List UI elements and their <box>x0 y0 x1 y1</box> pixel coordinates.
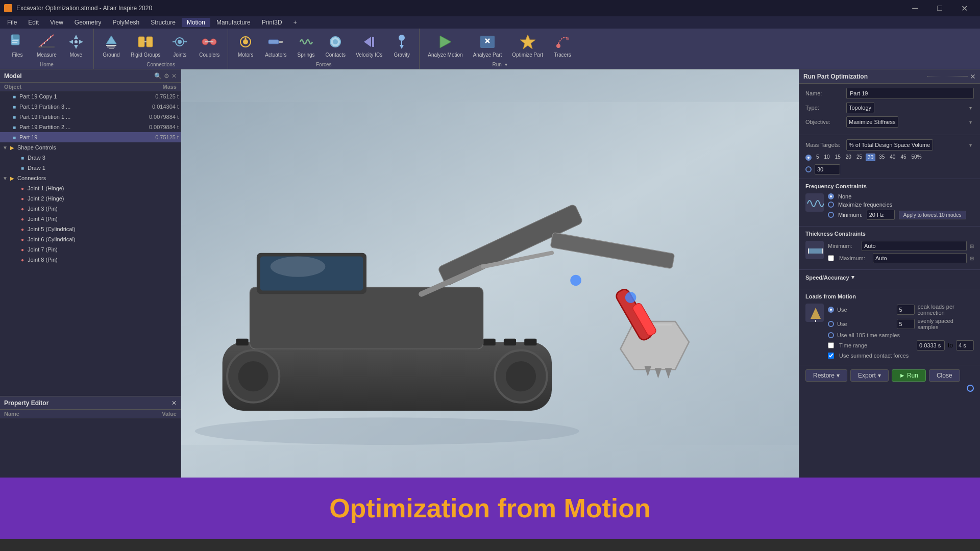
toolbar-move[interactable]: Move <box>63 31 89 60</box>
tree-item-joint4[interactable]: ● Joint 4 (Pin) <box>0 214 181 224</box>
circle-indicator <box>967 385 974 392</box>
pct-50[interactable]: 50% <box>910 154 923 161</box>
toolbar-couplers[interactable]: Couplers <box>195 31 224 60</box>
export-button[interactable]: Export ▾ <box>850 369 889 382</box>
toolbar-velocity-ics[interactable]: Velocity ICs <box>352 31 386 60</box>
tree-item-draw3[interactable]: ■ Draw 3 <box>0 153 181 163</box>
thick-min-input[interactable] <box>862 241 967 251</box>
toolbar-rigid-groups[interactable]: Rigid Groups <box>127 31 164 60</box>
menu-view[interactable]: View <box>45 18 68 27</box>
toolbar-motors[interactable]: Motors <box>232 31 259 60</box>
tree-item-joint1[interactable]: ● Joint 1 (Hinge) <box>0 183 181 193</box>
percent-custom-input[interactable] <box>815 164 840 174</box>
pct-10[interactable]: 10 <box>823 154 831 161</box>
tree-item-draw1[interactable]: ■ Draw 1 <box>0 163 181 173</box>
loads-peak-radio[interactable] <box>828 307 834 313</box>
tree-item-part19[interactable]: ■ Part 19 0.75125 t <box>0 132 181 142</box>
freq-apply-btn[interactable]: Apply to lowest 10 modes <box>899 211 966 219</box>
toolbar-springs[interactable]: Springs <box>293 31 320 60</box>
tree-item-joint5[interactable]: ● Joint 5 (Cylindrical) <box>0 224 181 234</box>
menu-plus[interactable]: + <box>288 18 302 27</box>
objective-select[interactable]: Maximize Stiffness <box>846 116 898 128</box>
percent-radio-checked[interactable] <box>805 155 812 161</box>
pct-5[interactable]: 5 <box>815 154 821 161</box>
tree-item-joint3[interactable]: ● Joint 3 (Pin) <box>0 204 181 214</box>
toolbar-analyze-motion[interactable]: Analyze Motion <box>424 31 467 60</box>
toolbar-analyze-part[interactable]: Analyze Part <box>469 31 506 60</box>
panel-settings-icon[interactable]: ⚙ <box>164 72 169 80</box>
pct-20[interactable]: 20 <box>844 154 853 161</box>
thick-min-row: Minimum: ⊞ <box>828 241 974 251</box>
minimize-button[interactable]: ─ <box>903 0 927 16</box>
panel-close-icon[interactable]: ✕ <box>172 72 177 80</box>
menu-print3d[interactable]: Print3D <box>257 18 287 27</box>
toolbar-gravity[interactable]: Gravity <box>388 31 415 60</box>
maximize-button[interactable]: □ <box>928 0 951 16</box>
pct-25[interactable]: 25 <box>855 154 864 161</box>
name-label: Name: <box>805 90 846 96</box>
loads-time-start-input[interactable] <box>917 340 945 350</box>
percent-radio-custom[interactable] <box>805 166 812 172</box>
close-button-bottom[interactable]: Close <box>929 369 960 382</box>
name-input[interactable] <box>846 88 974 99</box>
menu-edit[interactable]: Edit <box>23 18 44 27</box>
loads-all-radio[interactable] <box>828 332 834 338</box>
menu-geometry[interactable]: Geometry <box>69 18 107 27</box>
property-editor-close[interactable]: ✕ <box>172 399 177 407</box>
toolbar-joints[interactable]: Joints <box>166 31 193 60</box>
item-name: Joint 1 (Hinge) <box>28 185 138 191</box>
tree-view[interactable]: ■ Part 19 Copy 1 0.75125 t ■ Part 19 Par… <box>0 91 181 396</box>
loads-evenly-radio[interactable] <box>828 321 834 327</box>
thick-max-checkbox[interactable] <box>828 255 834 261</box>
loads-time-end-input[interactable] <box>956 340 974 350</box>
menu-polymesh[interactable]: PolyMesh <box>108 18 145 27</box>
tree-item-part19-partition3[interactable]: ■ Part 19 Partition 3 ... 0.014304 t <box>0 102 181 112</box>
toolbar-contacts[interactable]: Contacts <box>322 31 350 60</box>
toggle-icon[interactable]: ▼ <box>2 175 8 181</box>
tree-item-joint7[interactable]: ● Joint 7 (Pin) <box>0 244 181 255</box>
toolbar-optimize-part[interactable]: Optimize Part <box>508 31 547 60</box>
speed-accuracy-title[interactable]: Speed/Accuracy ▾ <box>805 274 974 281</box>
pct-40[interactable]: 40 <box>888 154 897 161</box>
toolbar-tracers[interactable]: Tracers <box>549 31 576 60</box>
tree-item-joint2[interactable]: ● Joint 2 (Hinge) <box>0 193 181 204</box>
tree-item-part19-copy1[interactable]: ■ Part 19 Copy 1 0.75125 t <box>0 91 181 102</box>
loads-peak-input[interactable] <box>897 305 915 315</box>
toggle-icon[interactable]: ▼ <box>2 144 8 151</box>
tree-item-connectors[interactable]: ▼ ▶ Connectors <box>0 173 181 183</box>
freq-none-radio[interactable] <box>828 193 834 199</box>
menu-file[interactable]: File <box>2 18 22 27</box>
restore-button[interactable]: Restore ▾ <box>805 369 847 382</box>
freq-minimum-input[interactable] <box>867 210 895 220</box>
freq-maximize-radio[interactable] <box>828 202 834 208</box>
thick-max-input[interactable] <box>873 253 967 263</box>
loads-evenly-input[interactable] <box>897 319 915 329</box>
type-select[interactable]: Topology <box>846 102 874 113</box>
toolbar-ground[interactable]: Ground <box>98 31 125 60</box>
run-button[interactable]: ► Run <box>892 369 926 382</box>
tree-item-shape-controls[interactable]: ▼ ▶ Shape Controls <box>0 142 181 153</box>
menu-manufacture[interactable]: Manufacture <box>211 18 256 27</box>
tree-item-joint8[interactable]: ● Joint 8 (Pin) <box>0 255 181 265</box>
pct-15[interactable]: 15 <box>834 154 842 161</box>
tree-item-joint6[interactable]: ● Joint 6 (Cylindrical) <box>0 234 181 244</box>
menu-structure[interactable]: Structure <box>145 18 181 27</box>
mass-targets-select[interactable]: % of Total Design Space Volume <box>846 139 933 151</box>
panel-search-icon[interactable]: 🔍 <box>154 72 162 80</box>
pct-45[interactable]: 45 <box>899 154 908 161</box>
toolbar-measure[interactable]: Measure <box>33 31 61 60</box>
close-button[interactable]: ✕ <box>952 0 976 16</box>
pct-30[interactable]: 30 <box>866 154 875 161</box>
toolbar-files[interactable]: Files <box>4 31 31 60</box>
toolbar-actuators[interactable]: Actuators <box>261 31 290 60</box>
tree-item-part19-partition2[interactable]: ■ Part 19 Partition 2 ... 0.0079884 t <box>0 122 181 132</box>
freq-minimum-radio[interactable] <box>828 212 834 218</box>
loads-summed-checkbox[interactable] <box>828 353 834 359</box>
menu-motion[interactable]: Motion <box>182 18 210 27</box>
loads-time-checkbox[interactable] <box>828 342 834 348</box>
svg-point-82 <box>271 256 326 277</box>
viewport-3d[interactable] <box>181 69 799 478</box>
pct-35[interactable]: 35 <box>877 154 886 161</box>
tree-item-part19-partition1[interactable]: ■ Part 19 Partition 1 ... 0.0079884 t <box>0 112 181 122</box>
right-panel-close-icon[interactable]: ✕ <box>970 72 976 81</box>
